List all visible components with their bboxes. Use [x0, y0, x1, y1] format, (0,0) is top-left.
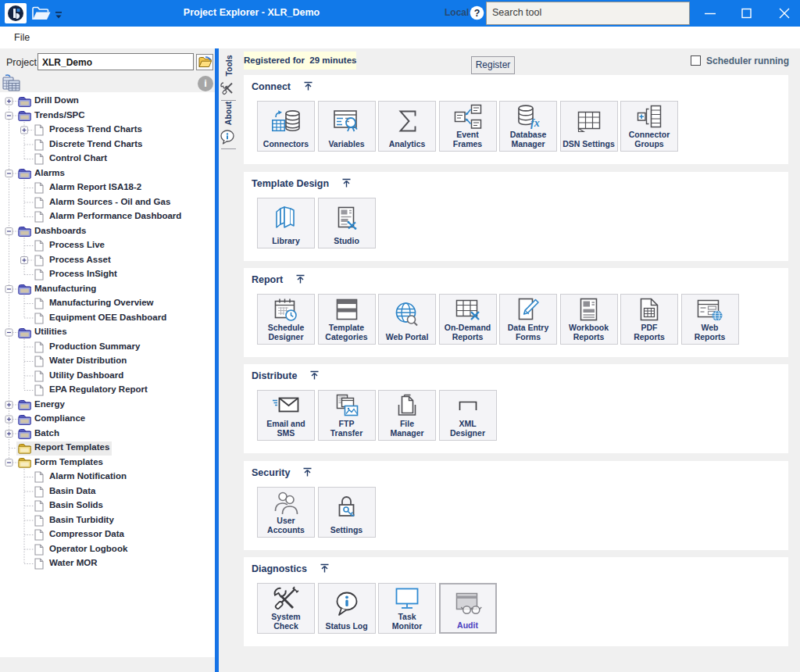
- svg-text:fx: fx: [530, 117, 540, 129]
- svg-text:?: ?: [474, 8, 480, 19]
